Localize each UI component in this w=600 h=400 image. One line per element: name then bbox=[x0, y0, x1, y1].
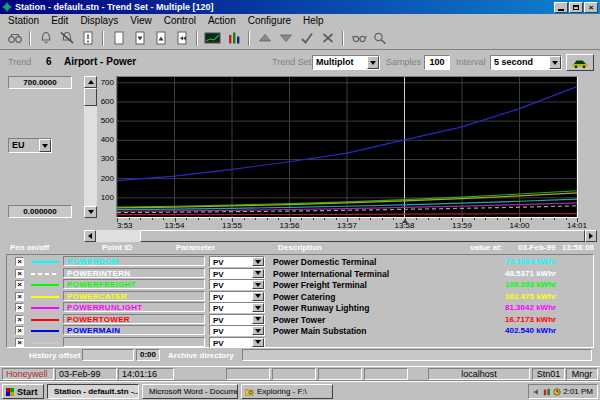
archive-directory-field[interactable] bbox=[242, 349, 592, 361]
minimize-button[interactable] bbox=[554, 2, 568, 13]
parameter-combo[interactable]: PV bbox=[209, 291, 265, 302]
close-button[interactable]: × bbox=[584, 2, 598, 13]
scroll-right-button[interactable] bbox=[585, 230, 597, 242]
alarm-page-button[interactable] bbox=[77, 29, 98, 48]
parameter-combo[interactable]: PV bbox=[209, 314, 265, 325]
pen-checkbox[interactable]: × bbox=[15, 280, 24, 289]
interval-combo[interactable]: 5 second bbox=[490, 55, 562, 70]
trend-title: Airport - Power bbox=[64, 56, 136, 67]
parameter-value: PV bbox=[210, 257, 252, 266]
scale-min-field[interactable]: 0.000000 bbox=[8, 205, 72, 218]
page-down-button[interactable] bbox=[129, 29, 150, 48]
point-id-field[interactable]: POWERDOM bbox=[63, 256, 205, 266]
point-id-field[interactable]: POWERRUNLIGHT bbox=[63, 302, 205, 312]
spectacles-button[interactable] bbox=[348, 29, 369, 48]
parameter-combo[interactable]: PV bbox=[209, 268, 265, 279]
parameter-combo[interactable]: PV bbox=[209, 279, 265, 290]
vehicle-button[interactable] bbox=[566, 54, 594, 71]
chevron-down-icon[interactable] bbox=[252, 315, 264, 324]
menu-configure[interactable]: Configure bbox=[242, 15, 297, 26]
pen-checkbox[interactable]: × bbox=[15, 292, 24, 301]
x-axis-tick bbox=[462, 218, 463, 222]
accept-button[interactable] bbox=[296, 29, 317, 48]
page-rewind-button[interactable] bbox=[171, 29, 192, 48]
alarm-bell-button[interactable] bbox=[35, 29, 56, 48]
menu-action[interactable]: Action bbox=[202, 15, 242, 26]
point-id-field[interactable] bbox=[63, 337, 205, 347]
chevron-down-icon[interactable] bbox=[252, 326, 264, 335]
x-axis-minor-tick bbox=[336, 218, 337, 220]
chevron-down-icon[interactable] bbox=[252, 303, 264, 312]
alarm-disable-button[interactable] bbox=[56, 29, 77, 48]
restore-button[interactable] bbox=[569, 2, 583, 13]
menu-edit[interactable]: Edit bbox=[45, 15, 74, 26]
pen-checkbox[interactable]: × bbox=[15, 315, 24, 324]
cursor-caret-icon[interactable] bbox=[402, 219, 408, 223]
scale-max-field[interactable]: 700.0000 bbox=[8, 76, 72, 89]
x-axis-tick-label: 14:01 bbox=[562, 221, 592, 230]
binoculars-button[interactable] bbox=[4, 29, 25, 48]
scroll-left-button[interactable] bbox=[84, 230, 96, 242]
zoom-button[interactable] bbox=[369, 29, 390, 48]
chevron-down-icon[interactable] bbox=[252, 269, 264, 278]
menu-station[interactable]: Station bbox=[2, 15, 45, 26]
start-button[interactable]: Start bbox=[2, 384, 44, 399]
horizontal-scroll-thumb[interactable] bbox=[140, 230, 585, 242]
pen-checkbox[interactable]: × bbox=[15, 257, 24, 266]
title-bar[interactable]: Station - default.stn - Trend Set - Mult… bbox=[0, 0, 600, 14]
chevron-down-icon[interactable] bbox=[549, 56, 561, 69]
pen-checkbox[interactable]: × bbox=[15, 326, 24, 335]
parameter-combo[interactable]: PV bbox=[209, 325, 265, 336]
point-id-field[interactable]: POWERTOWER bbox=[63, 314, 205, 324]
chevron-down-icon[interactable] bbox=[39, 139, 51, 152]
menu-help[interactable]: Help bbox=[297, 15, 330, 26]
lower-button[interactable] bbox=[275, 29, 296, 48]
taskbar-window-word[interactable]: W Microsoft Word - Document5 bbox=[142, 384, 238, 399]
x-axis-minor-tick bbox=[221, 218, 222, 220]
chevron-down-icon[interactable] bbox=[252, 280, 264, 289]
menu-view[interactable]: View bbox=[124, 15, 158, 26]
samples-field[interactable]: 100 bbox=[424, 55, 450, 70]
parameter-combo[interactable]: PV bbox=[209, 256, 265, 267]
trend-display-button[interactable] bbox=[202, 29, 223, 48]
pen-checkbox[interactable]: × bbox=[15, 269, 24, 278]
point-id-field[interactable]: POWERINTERN bbox=[63, 268, 205, 278]
spectacles-icon bbox=[351, 31, 367, 45]
pen-checkbox[interactable]: × bbox=[15, 303, 24, 312]
page-up-button[interactable] bbox=[150, 29, 171, 48]
tray-clock-icon[interactable] bbox=[553, 388, 561, 396]
parameter-combo[interactable]: PV bbox=[209, 302, 265, 313]
legend-header-value-at: value at: bbox=[470, 243, 502, 252]
trend-set-combo[interactable]: Multiplot bbox=[312, 55, 380, 70]
x-axis-minor-tick bbox=[416, 218, 417, 220]
menu-displays[interactable]: Displays bbox=[74, 15, 124, 26]
zoom-icon bbox=[372, 31, 388, 45]
x-axis-tick-label: 13:57 bbox=[332, 221, 362, 230]
scroll-down-button[interactable] bbox=[84, 206, 97, 218]
chevron-down-icon[interactable] bbox=[252, 257, 264, 266]
menu-control[interactable]: Control bbox=[158, 15, 202, 26]
point-id-field[interactable]: POWERFREIGHT bbox=[63, 279, 205, 289]
bar-chart-button[interactable] bbox=[223, 29, 244, 48]
y-axis-tick-label: 300 bbox=[90, 154, 114, 163]
chevron-down-icon[interactable] bbox=[367, 56, 379, 69]
taskbar-window-station[interactable]: Station - default.stn -... bbox=[47, 384, 139, 399]
speaker-icon[interactable] bbox=[533, 388, 541, 396]
status-cell-empty bbox=[226, 368, 270, 380]
cancel-button[interactable] bbox=[317, 29, 338, 48]
tray-status-icon[interactable] bbox=[543, 388, 551, 396]
point-id-field[interactable]: POWERCATER bbox=[63, 291, 205, 301]
history-offset-field[interactable] bbox=[82, 349, 134, 361]
chevron-down-icon[interactable] bbox=[252, 338, 264, 347]
page-button[interactable] bbox=[108, 29, 129, 48]
parameter-combo[interactable]: PV bbox=[209, 337, 265, 348]
status-cell-empty bbox=[318, 368, 362, 380]
taskbar-window-exploring[interactable]: Exploring - F:\ bbox=[241, 384, 333, 399]
point-id-field[interactable]: POWERMAIN bbox=[63, 325, 205, 335]
raise-button[interactable] bbox=[254, 29, 275, 48]
window-title: Station - default.stn - Trend Set - Mult… bbox=[15, 2, 551, 12]
trend-plot[interactable] bbox=[116, 76, 578, 218]
eu-combo[interactable]: EU bbox=[8, 138, 52, 153]
chevron-down-icon[interactable] bbox=[252, 292, 264, 301]
pen-checkbox[interactable]: × bbox=[15, 338, 24, 347]
